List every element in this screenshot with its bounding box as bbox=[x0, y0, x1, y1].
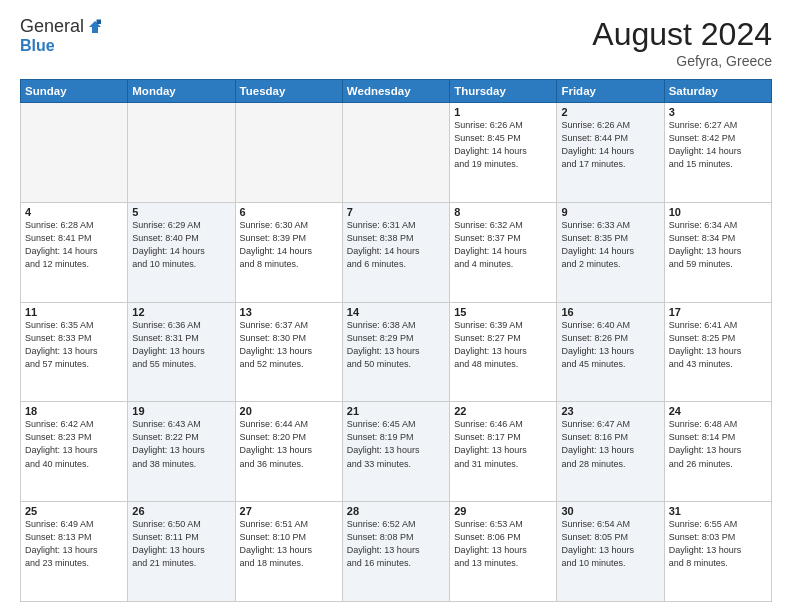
calendar-cell: 19Sunrise: 6:43 AM Sunset: 8:22 PM Dayli… bbox=[128, 402, 235, 502]
calendar-cell: 12Sunrise: 6:36 AM Sunset: 8:31 PM Dayli… bbox=[128, 302, 235, 402]
day-number: 16 bbox=[561, 306, 659, 318]
calendar-cell: 15Sunrise: 6:39 AM Sunset: 8:27 PM Dayli… bbox=[450, 302, 557, 402]
day-info: Sunrise: 6:27 AM Sunset: 8:42 PM Dayligh… bbox=[669, 119, 767, 171]
calendar-cell: 6Sunrise: 6:30 AM Sunset: 8:39 PM Daylig… bbox=[235, 202, 342, 302]
day-number: 20 bbox=[240, 405, 338, 417]
day-number: 26 bbox=[132, 505, 230, 517]
calendar-cell bbox=[21, 103, 128, 203]
calendar-cell bbox=[128, 103, 235, 203]
calendar-cell: 8Sunrise: 6:32 AM Sunset: 8:37 PM Daylig… bbox=[450, 202, 557, 302]
day-info: Sunrise: 6:36 AM Sunset: 8:31 PM Dayligh… bbox=[132, 319, 230, 371]
calendar-cell: 9Sunrise: 6:33 AM Sunset: 8:35 PM Daylig… bbox=[557, 202, 664, 302]
calendar-cell: 26Sunrise: 6:50 AM Sunset: 8:11 PM Dayli… bbox=[128, 502, 235, 602]
day-info: Sunrise: 6:35 AM Sunset: 8:33 PM Dayligh… bbox=[25, 319, 123, 371]
day-number: 22 bbox=[454, 405, 552, 417]
day-info: Sunrise: 6:38 AM Sunset: 8:29 PM Dayligh… bbox=[347, 319, 445, 371]
day-info: Sunrise: 6:54 AM Sunset: 8:05 PM Dayligh… bbox=[561, 518, 659, 570]
calendar-header-row: SundayMondayTuesdayWednesdayThursdayFrid… bbox=[21, 80, 772, 103]
day-number: 15 bbox=[454, 306, 552, 318]
day-number: 14 bbox=[347, 306, 445, 318]
day-number: 12 bbox=[132, 306, 230, 318]
day-info: Sunrise: 6:33 AM Sunset: 8:35 PM Dayligh… bbox=[561, 219, 659, 271]
day-info: Sunrise: 6:47 AM Sunset: 8:16 PM Dayligh… bbox=[561, 418, 659, 470]
day-number: 13 bbox=[240, 306, 338, 318]
calendar-cell: 20Sunrise: 6:44 AM Sunset: 8:20 PM Dayli… bbox=[235, 402, 342, 502]
day-info: Sunrise: 6:52 AM Sunset: 8:08 PM Dayligh… bbox=[347, 518, 445, 570]
day-info: Sunrise: 6:55 AM Sunset: 8:03 PM Dayligh… bbox=[669, 518, 767, 570]
calendar-cell: 11Sunrise: 6:35 AM Sunset: 8:33 PM Dayli… bbox=[21, 302, 128, 402]
calendar-header-wednesday: Wednesday bbox=[342, 80, 449, 103]
day-number: 8 bbox=[454, 206, 552, 218]
calendar-cell: 29Sunrise: 6:53 AM Sunset: 8:06 PM Dayli… bbox=[450, 502, 557, 602]
day-number: 29 bbox=[454, 505, 552, 517]
day-info: Sunrise: 6:32 AM Sunset: 8:37 PM Dayligh… bbox=[454, 219, 552, 271]
logo-blue-text: Blue bbox=[20, 37, 55, 55]
day-info: Sunrise: 6:26 AM Sunset: 8:44 PM Dayligh… bbox=[561, 119, 659, 171]
day-info: Sunrise: 6:37 AM Sunset: 8:30 PM Dayligh… bbox=[240, 319, 338, 371]
day-number: 9 bbox=[561, 206, 659, 218]
calendar-cell: 7Sunrise: 6:31 AM Sunset: 8:38 PM Daylig… bbox=[342, 202, 449, 302]
calendar-cell bbox=[235, 103, 342, 203]
day-number: 1 bbox=[454, 106, 552, 118]
calendar-cell: 28Sunrise: 6:52 AM Sunset: 8:08 PM Dayli… bbox=[342, 502, 449, 602]
day-number: 2 bbox=[561, 106, 659, 118]
day-info: Sunrise: 6:29 AM Sunset: 8:40 PM Dayligh… bbox=[132, 219, 230, 271]
day-number: 5 bbox=[132, 206, 230, 218]
calendar-cell: 5Sunrise: 6:29 AM Sunset: 8:40 PM Daylig… bbox=[128, 202, 235, 302]
calendar-week-3: 11Sunrise: 6:35 AM Sunset: 8:33 PM Dayli… bbox=[21, 302, 772, 402]
day-number: 17 bbox=[669, 306, 767, 318]
day-number: 23 bbox=[561, 405, 659, 417]
day-number: 3 bbox=[669, 106, 767, 118]
day-info: Sunrise: 6:34 AM Sunset: 8:34 PM Dayligh… bbox=[669, 219, 767, 271]
calendar-header-friday: Friday bbox=[557, 80, 664, 103]
day-number: 25 bbox=[25, 505, 123, 517]
day-info: Sunrise: 6:49 AM Sunset: 8:13 PM Dayligh… bbox=[25, 518, 123, 570]
calendar-header-sunday: Sunday bbox=[21, 80, 128, 103]
calendar-week-2: 4Sunrise: 6:28 AM Sunset: 8:41 PM Daylig… bbox=[21, 202, 772, 302]
day-number: 27 bbox=[240, 505, 338, 517]
day-number: 6 bbox=[240, 206, 338, 218]
calendar-cell: 25Sunrise: 6:49 AM Sunset: 8:13 PM Dayli… bbox=[21, 502, 128, 602]
day-number: 18 bbox=[25, 405, 123, 417]
calendar-cell: 1Sunrise: 6:26 AM Sunset: 8:45 PM Daylig… bbox=[450, 103, 557, 203]
day-number: 31 bbox=[669, 505, 767, 517]
header: General Blue August 2024 Gefyra, Greece bbox=[20, 16, 772, 69]
logo-icon bbox=[86, 18, 104, 36]
day-number: 21 bbox=[347, 405, 445, 417]
day-info: Sunrise: 6:26 AM Sunset: 8:45 PM Dayligh… bbox=[454, 119, 552, 171]
calendar-cell bbox=[342, 103, 449, 203]
day-number: 4 bbox=[25, 206, 123, 218]
day-number: 11 bbox=[25, 306, 123, 318]
calendar-cell: 18Sunrise: 6:42 AM Sunset: 8:23 PM Dayli… bbox=[21, 402, 128, 502]
month-year: August 2024 bbox=[592, 16, 772, 53]
day-number: 24 bbox=[669, 405, 767, 417]
day-info: Sunrise: 6:50 AM Sunset: 8:11 PM Dayligh… bbox=[132, 518, 230, 570]
calendar-header-monday: Monday bbox=[128, 80, 235, 103]
calendar-cell: 30Sunrise: 6:54 AM Sunset: 8:05 PM Dayli… bbox=[557, 502, 664, 602]
day-info: Sunrise: 6:31 AM Sunset: 8:38 PM Dayligh… bbox=[347, 219, 445, 271]
day-info: Sunrise: 6:28 AM Sunset: 8:41 PM Dayligh… bbox=[25, 219, 123, 271]
day-info: Sunrise: 6:48 AM Sunset: 8:14 PM Dayligh… bbox=[669, 418, 767, 470]
day-number: 28 bbox=[347, 505, 445, 517]
calendar-cell: 31Sunrise: 6:55 AM Sunset: 8:03 PM Dayli… bbox=[664, 502, 771, 602]
calendar-cell: 14Sunrise: 6:38 AM Sunset: 8:29 PM Dayli… bbox=[342, 302, 449, 402]
calendar-header-tuesday: Tuesday bbox=[235, 80, 342, 103]
day-info: Sunrise: 6:40 AM Sunset: 8:26 PM Dayligh… bbox=[561, 319, 659, 371]
calendar-header-saturday: Saturday bbox=[664, 80, 771, 103]
day-info: Sunrise: 6:45 AM Sunset: 8:19 PM Dayligh… bbox=[347, 418, 445, 470]
calendar-cell: 3Sunrise: 6:27 AM Sunset: 8:42 PM Daylig… bbox=[664, 103, 771, 203]
day-info: Sunrise: 6:30 AM Sunset: 8:39 PM Dayligh… bbox=[240, 219, 338, 271]
page: General Blue August 2024 Gefyra, Greece … bbox=[0, 0, 792, 612]
day-info: Sunrise: 6:53 AM Sunset: 8:06 PM Dayligh… bbox=[454, 518, 552, 570]
calendar-cell: 13Sunrise: 6:37 AM Sunset: 8:30 PM Dayli… bbox=[235, 302, 342, 402]
calendar-cell: 10Sunrise: 6:34 AM Sunset: 8:34 PM Dayli… bbox=[664, 202, 771, 302]
day-info: Sunrise: 6:43 AM Sunset: 8:22 PM Dayligh… bbox=[132, 418, 230, 470]
calendar-cell: 17Sunrise: 6:41 AM Sunset: 8:25 PM Dayli… bbox=[664, 302, 771, 402]
day-number: 10 bbox=[669, 206, 767, 218]
calendar-cell: 2Sunrise: 6:26 AM Sunset: 8:44 PM Daylig… bbox=[557, 103, 664, 203]
day-number: 30 bbox=[561, 505, 659, 517]
calendar-cell: 4Sunrise: 6:28 AM Sunset: 8:41 PM Daylig… bbox=[21, 202, 128, 302]
calendar-cell: 23Sunrise: 6:47 AM Sunset: 8:16 PM Dayli… bbox=[557, 402, 664, 502]
logo-general: General bbox=[20, 16, 84, 37]
day-info: Sunrise: 6:41 AM Sunset: 8:25 PM Dayligh… bbox=[669, 319, 767, 371]
